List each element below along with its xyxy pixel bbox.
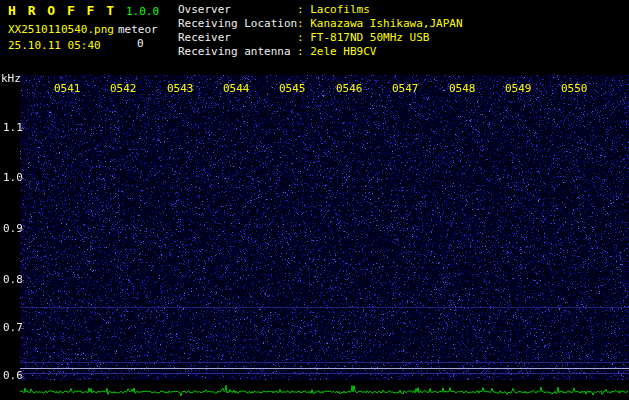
time-tick-label: 0548 <box>449 82 476 95</box>
frequency-axis: kHz1.11.00.90.80.70.6 <box>0 0 20 400</box>
time-tick-label: 0550 <box>561 82 588 95</box>
info-row-observer: Ovserver : Lacofilms <box>178 3 463 17</box>
freq-tick-label: 1.0 <box>3 172 23 184</box>
app-version: 1.0.0 <box>126 5 159 18</box>
observer-value: : Lacofilms <box>297 3 370 17</box>
receiver-label: Receiver <box>178 31 297 45</box>
location-value: : Kanazawa Ishikawa,JAPAN <box>297 17 463 31</box>
freq-tick-label: 0.8 <box>3 274 23 286</box>
meteor-label: meteor <box>118 23 158 36</box>
spectrogram: 0541054205430544054505460547054805490550 <box>20 75 629 380</box>
signal-strip <box>20 380 629 400</box>
info-row-location: Receiving Location : Kanazawa Ishikawa,J… <box>178 17 463 31</box>
time-tick-label: 0543 <box>167 82 194 95</box>
receiver-value: : FT-817ND 50MHz USB <box>297 31 429 45</box>
antenna-value: : 2ele HB9CV <box>297 45 376 59</box>
time-tick-label: 0546 <box>336 82 363 95</box>
info-row-receiver: Receiver : FT-817ND 50MHz USB <box>178 31 463 45</box>
location-label: Receiving Location <box>178 17 297 31</box>
freq-axis-unit: kHz <box>1 73 21 85</box>
time-tick-label: 0545 <box>279 82 306 95</box>
time-axis: 0541054205430544054505460547054805490550 <box>20 75 629 380</box>
freq-tick-label: 0.7 <box>3 322 23 334</box>
time-tick-label: 0544 <box>223 82 250 95</box>
output-filename: XX2510110540.png <box>8 23 114 36</box>
app-title: H R O F F T <box>8 3 116 18</box>
signal-trace-canvas <box>20 380 629 400</box>
observer-label: Ovserver <box>178 3 297 17</box>
time-tick-label: 0547 <box>392 82 419 95</box>
time-tick-label: 0549 <box>505 82 532 95</box>
info-row-antenna: Receiving antenna : 2ele HB9CV <box>178 45 463 59</box>
time-tick-label: 0542 <box>110 82 137 95</box>
freq-tick-label: 1.1 <box>3 122 23 134</box>
time-tick-label: 0541 <box>54 82 81 95</box>
timestamp: 25.10.11 05:40 <box>8 39 101 52</box>
freq-tick-label: 0.9 <box>3 223 23 235</box>
antenna-label: Receiving antenna <box>178 45 297 59</box>
meteor-count: 0 <box>137 37 144 50</box>
hrofft-screen: H R O F F T 1.0.0 XX2510110540.png meteo… <box>0 0 629 400</box>
station-info: Ovserver : Lacofilms Receiving Location … <box>178 3 463 59</box>
